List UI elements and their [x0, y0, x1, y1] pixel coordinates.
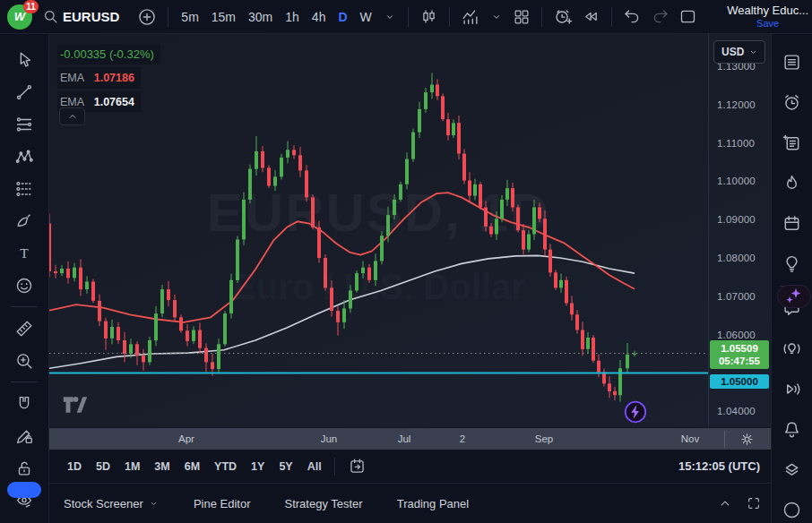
tab-label: Trading Panel: [397, 497, 469, 510]
legend-collapse-button[interactable]: [59, 107, 85, 125]
range-all[interactable]: All: [300, 455, 329, 478]
legend-ema-fast-row[interactable]: EMA 1.07186: [57, 67, 141, 89]
sidebar-item-object-tree[interactable]: [776, 450, 808, 490]
account-menu[interactable]: Wealthy Educ... Save: [727, 4, 808, 28]
range-3m[interactable]: 3M: [147, 455, 177, 478]
redo-icon: [651, 7, 669, 26]
timeframe-1h[interactable]: 1h: [279, 4, 306, 30]
chevron-down-icon: [383, 10, 397, 24]
chevron-down-icon: [747, 47, 759, 58]
ruler-tool[interactable]: [8, 313, 40, 345]
tab-label: Stock Screener: [64, 497, 143, 510]
panel-maximize-button[interactable]: [746, 495, 762, 511]
time-axis[interactable]: AprJunJul2SepNov: [49, 427, 771, 450]
range-5d[interactable]: 5D: [89, 455, 117, 478]
magnet-icon: [14, 394, 34, 414]
range-1d[interactable]: 1D: [60, 455, 89, 478]
sidebar-item-help[interactable]: [776, 490, 808, 523]
range-1y[interactable]: 1Y: [244, 455, 272, 478]
panel-collapse-button[interactable]: [717, 495, 733, 511]
layout-grid-button[interactable]: [508, 4, 535, 30]
timeframe-15m[interactable]: 15m: [205, 4, 242, 30]
lock-all-tool[interactable]: [8, 452, 40, 484]
range-6m[interactable]: 6M: [177, 455, 207, 478]
tab-strategy-tester[interactable]: Strategy Tester: [284, 497, 362, 510]
symbol-search-button[interactable]: EURUSD: [38, 4, 133, 30]
toolbar-separator: [611, 7, 612, 27]
zoom-in-tool[interactable]: [8, 345, 40, 377]
ai-assistant-badge[interactable]: [777, 285, 811, 308]
tab-trading-panel[interactable]: Trading Panel: [397, 497, 469, 510]
timeframe-w[interactable]: W: [354, 4, 378, 30]
chart-style-button[interactable]: [415, 4, 443, 30]
range-ytd[interactable]: YTD: [207, 455, 244, 478]
legend-change-row[interactable]: -0.00335 (-0.32%): [57, 44, 160, 64]
sidebar-item-ideas[interactable]: [776, 244, 808, 284]
drawing-lock-tool[interactable]: [8, 420, 40, 452]
tradingview-app: W 11 EURUSD 5m15m30m1h4hDW: [0, 0, 812, 523]
price-tick: 1.04000: [717, 406, 756, 416]
sidebar-item-hotlist[interactable]: [776, 163, 808, 203]
time-axis-label: Jun: [321, 433, 338, 444]
level-price-label: 1.05000: [710, 374, 769, 389]
sidebar-item-watchlist[interactable]: [776, 42, 808, 82]
toolbar-separator: [168, 7, 168, 27]
toolbar-separator: [408, 7, 409, 27]
xabcd-pattern-tool[interactable]: [8, 141, 40, 173]
range-5y[interactable]: 5Y: [272, 455, 299, 478]
indicators-icon: [461, 7, 480, 27]
tab-pine-editor[interactable]: Pine Editor: [194, 497, 251, 510]
quick-trade-lightning-badge[interactable]: [624, 400, 647, 424]
notifications-icon: [782, 419, 802, 440]
sidebar-item-notifications[interactable]: [776, 409, 808, 450]
brush-tool[interactable]: [8, 205, 40, 237]
sidebar-item-alerts[interactable]: [776, 82, 808, 123]
save-layout-button[interactable]: [674, 4, 702, 30]
currency-value: USD: [721, 46, 744, 58]
price-tick: 1.07000: [717, 291, 756, 302]
trend-line-tool[interactable]: [8, 76, 40, 108]
user-menu-button[interactable]: W 11: [0, 0, 38, 34]
timeframe-4h[interactable]: 4h: [306, 4, 333, 30]
indicator-templates-button[interactable]: [485, 4, 508, 30]
clock-utc[interactable]: 15:12:05 (UTC): [678, 459, 760, 473]
drawing-lock-icon: [14, 426, 34, 446]
toolbar-separator: [449, 7, 450, 27]
indicators-button[interactable]: [456, 4, 485, 30]
calendar-icon: [782, 213, 802, 234]
save-link[interactable]: Save: [727, 18, 808, 29]
candles-icon: [419, 7, 438, 26]
sidebar-item-streams[interactable]: [776, 369, 808, 409]
sidebar-item-news[interactable]: [776, 123, 808, 163]
go-to-date-button[interactable]: [341, 455, 374, 478]
replay-icon: [582, 7, 600, 26]
tab-stock-screener[interactable]: Stock Screener: [64, 497, 160, 510]
magnet-tool[interactable]: [8, 388, 40, 420]
sidebar-item-live-ideas[interactable]: [776, 329, 808, 369]
chart-region[interactable]: EURUSD, 1D Euro / U.S. Dollar -0.00335 (…: [49, 34, 771, 427]
tradingview-logo[interactable]: [61, 395, 90, 418]
timeframe-30m[interactable]: 30m: [242, 4, 279, 30]
price-scale[interactable]: 1.130001.120001.110001.100001.090001.080…: [708, 34, 771, 427]
plus-circle-icon: [137, 7, 157, 27]
fib-retracement-tool[interactable]: [8, 108, 40, 141]
chart-settings-gear[interactable]: [729, 429, 764, 450]
left-toolbar-bottom-pill[interactable]: [7, 482, 41, 498]
currency-dropdown[interactable]: USD: [713, 40, 765, 64]
compare-add-symbol-button[interactable]: [133, 4, 161, 30]
create-alert-button[interactable]: [549, 4, 577, 30]
timeframe-menu-button[interactable]: [378, 4, 402, 30]
watchlist-icon: [782, 52, 802, 73]
emoji-tool[interactable]: [8, 270, 40, 302]
undo-button[interactable]: [618, 4, 646, 30]
timeframe-5m[interactable]: 5m: [175, 4, 204, 30]
redo-button[interactable]: [646, 4, 674, 30]
cursor-tool[interactable]: [8, 44, 40, 76]
price-tick: 1.08000: [717, 253, 756, 263]
forecast-tool[interactable]: [8, 173, 40, 205]
sidebar-item-calendar[interactable]: [776, 203, 808, 244]
timeframe-d[interactable]: D: [332, 4, 353, 30]
range-1m[interactable]: 1M: [117, 455, 147, 478]
bar-replay-button[interactable]: [577, 4, 605, 30]
text-tool[interactable]: T: [8, 237, 40, 270]
